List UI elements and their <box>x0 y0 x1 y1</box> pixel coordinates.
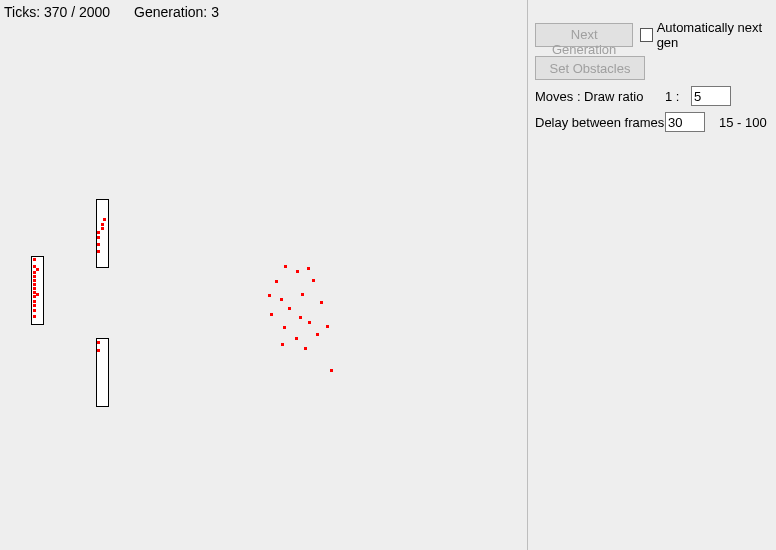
agent-dot <box>97 231 100 234</box>
next-generation-button[interactable]: Next Generation <box>535 23 633 47</box>
set-obstacles-button[interactable]: Set Obstacles <box>535 56 645 80</box>
agent-dot <box>295 337 298 340</box>
agent-dot <box>308 321 311 324</box>
agent-dot <box>36 293 39 296</box>
delay-input[interactable] <box>665 112 705 132</box>
delay-label: Delay between frames <box>535 115 665 130</box>
agent-dot <box>33 271 36 274</box>
panel-divider <box>527 0 528 550</box>
simulation-canvas <box>0 0 527 550</box>
agent-dot <box>270 313 273 316</box>
agent-dot <box>281 343 284 346</box>
agent-dot <box>320 301 323 304</box>
agent-dot <box>33 287 36 290</box>
agent-dot <box>316 333 319 336</box>
agent-dot <box>33 258 36 261</box>
ratio-prefix: 1 : <box>665 89 685 104</box>
agent-dot <box>33 279 36 282</box>
control-panel: Next Generation Automatically next gen S… <box>535 20 770 138</box>
agent-dot <box>101 227 104 230</box>
agent-dot <box>97 243 100 246</box>
agent-dot <box>280 298 283 301</box>
agent-dot <box>326 325 329 328</box>
agent-dot <box>103 218 106 221</box>
agent-dot <box>307 267 310 270</box>
agent-dot <box>268 294 271 297</box>
agent-dot <box>33 275 36 278</box>
auto-next-gen-checkbox[interactable] <box>640 28 652 42</box>
agent-dot <box>312 279 315 282</box>
agent-dot <box>296 270 299 273</box>
agent-dot <box>33 283 36 286</box>
agent-dot <box>33 304 36 307</box>
agent-dot <box>299 316 302 319</box>
agent-dot <box>288 307 291 310</box>
agent-dot <box>330 369 333 372</box>
agent-dot <box>33 315 36 318</box>
auto-next-gen-label: Automatically next gen <box>657 20 770 50</box>
agent-dot <box>301 293 304 296</box>
agent-dot <box>304 347 307 350</box>
agent-dot <box>33 300 36 303</box>
agent-dot <box>97 341 100 344</box>
agent-dot <box>36 268 39 271</box>
ratio-label: Moves : Draw ratio <box>535 89 665 104</box>
agent-dot <box>33 309 36 312</box>
agent-dot <box>97 349 100 352</box>
agent-dot <box>97 250 100 253</box>
agent-dot <box>101 223 104 226</box>
delay-range-label: 15 - 100 <box>719 115 767 130</box>
agent-dot <box>97 236 100 239</box>
agent-dot <box>284 265 287 268</box>
ratio-input[interactable] <box>691 86 731 106</box>
agent-dot <box>283 326 286 329</box>
agent-dot <box>275 280 278 283</box>
